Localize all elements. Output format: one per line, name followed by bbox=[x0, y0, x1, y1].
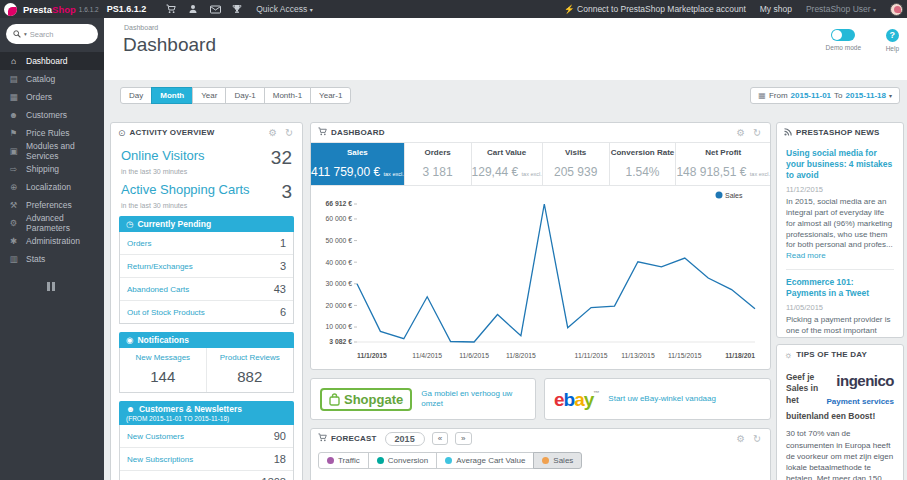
conversion-dot-icon bbox=[377, 457, 384, 464]
new-subscriptions-link[interactable]: New Subscriptions bbox=[127, 455, 193, 464]
preset-month-button[interactable]: Month bbox=[151, 87, 193, 104]
sidebar-item-modules-and-services[interactable]: ▣Modules and Services bbox=[0, 142, 104, 160]
date-range-picker[interactable]: ▦ From2015-11-01 To2015-11-18 ▾ bbox=[750, 87, 900, 104]
sidebar-item-preferences[interactable]: ⚒Preferences bbox=[0, 196, 104, 214]
sidebar-collapse-toggle[interactable] bbox=[47, 282, 57, 291]
demo-mode-control: Demo mode bbox=[826, 29, 861, 51]
legend-average-cart-value-button[interactable]: Average Cart Value bbox=[436, 452, 534, 469]
sidebar-item-shipping[interactable]: ⇨Shipping bbox=[0, 160, 104, 178]
sales-dot-icon bbox=[542, 457, 549, 464]
clock-icon: ◷ bbox=[126, 219, 133, 229]
forecast-next-button[interactable]: » bbox=[455, 432, 471, 446]
sidebar-item-catalog[interactable]: ▤Catalog bbox=[0, 70, 104, 88]
preset-day-button[interactable]: Day bbox=[120, 87, 152, 104]
kpi-tab-sales[interactable]: Sales411 759,00 € tax excl. bbox=[311, 143, 404, 185]
chevron-down-icon: ▾ bbox=[889, 92, 892, 99]
quick-access-menu[interactable]: Quick Access ▾ bbox=[256, 4, 312, 14]
search-input[interactable] bbox=[30, 30, 85, 39]
activity-overview-panel: ⊙ ACTIVITY OVERVIEW ⚙ ↻ Online Visitors3… bbox=[110, 122, 303, 480]
active-carts-value: 3 bbox=[281, 182, 292, 201]
news-article-title[interactable]: Using social media for your business: 4 … bbox=[786, 148, 894, 181]
sidebar-item-stats[interactable]: ▥Stats bbox=[0, 250, 104, 268]
kpi-tabs: Sales411 759,00 € tax excl. Orders3 181 … bbox=[311, 142, 770, 186]
user-menu[interactable]: PrestaShop User ▾ bbox=[806, 4, 876, 14]
sidebar-item-administration[interactable]: ✱Administration bbox=[0, 232, 104, 250]
sidebar-item-advanced-parameters[interactable]: ⚙Advanced Parameters bbox=[0, 214, 104, 232]
sidebar-item-customers[interactable]: ☻Customers bbox=[0, 106, 104, 124]
cart-icon bbox=[318, 433, 327, 444]
help-icon[interactable]: ? bbox=[886, 29, 899, 42]
kpi-tab-net-profit[interactable]: Net Profit148 918,51 € tax excl. bbox=[675, 143, 770, 185]
tips-text: 30 tot 70% van de consumenten in Europa … bbox=[786, 428, 894, 480]
admin-icon: ✱ bbox=[8, 236, 19, 246]
returns-link[interactable]: Return/Exchanges bbox=[127, 262, 193, 271]
active-carts-link[interactable]: Active Shopping Carts bbox=[121, 182, 250, 197]
shopgate-link[interactable]: Ga mobiel en verhoog uw omzet bbox=[421, 389, 526, 410]
online-visitors-link[interactable]: Online Visitors bbox=[121, 148, 205, 163]
sidebar-item-dashboard[interactable]: ⌂Dashboard bbox=[0, 52, 104, 70]
kpi-tab-visits[interactable]: Visits205 939 bbox=[542, 143, 609, 185]
kpi-tab-orders[interactable]: Orders3 181 bbox=[404, 143, 471, 185]
refresh-icon[interactable]: ↻ bbox=[751, 433, 763, 444]
customers-newsletters-section: ☻Customers & Newsletters(FROM 2015-11-01… bbox=[119, 401, 294, 480]
sidebar-item-localization[interactable]: ⊕Localization bbox=[0, 178, 104, 196]
search-scope-caret-icon[interactable]: ▾ bbox=[24, 31, 27, 37]
ingenico-logo[interactable]: ingenico Payment services bbox=[824, 372, 894, 408]
help-label: Help bbox=[886, 45, 899, 52]
user-icon[interactable] bbox=[182, 4, 204, 15]
demo-mode-toggle[interactable] bbox=[831, 29, 855, 41]
mail-icon[interactable] bbox=[204, 4, 226, 14]
legend-traffic-button[interactable]: Traffic bbox=[318, 452, 369, 469]
date-filter-bar: Day Month Year Day-1 Month-1 Year-1 ▦ Fr… bbox=[104, 87, 907, 107]
gear-icon[interactable]: ⚙ bbox=[735, 433, 748, 444]
preset-month-1-button[interactable]: Month-1 bbox=[264, 87, 311, 104]
shop-name[interactable]: PS1.6.1.2 bbox=[107, 4, 147, 14]
marketplace-link[interactable]: ⚡ Connect to PrestaShop Marketplace acco… bbox=[564, 4, 746, 14]
preset-year-1-button[interactable]: Year-1 bbox=[310, 87, 351, 104]
news-article-date: 11/05/2015 bbox=[786, 303, 894, 312]
refresh-icon[interactable]: ↻ bbox=[283, 127, 295, 138]
kpi-tab-conversion-rate[interactable]: Conversion Rate1.54% bbox=[609, 143, 676, 185]
brand-name[interactable]: PrestaShop bbox=[23, 4, 76, 15]
legend-conversion-button[interactable]: Conversion bbox=[368, 452, 437, 469]
new-customers-link[interactable]: New Customers bbox=[127, 432, 184, 441]
pending-row: Out of Stock Products6 bbox=[120, 301, 293, 323]
breadcrumb[interactable]: Dashboard bbox=[124, 24, 158, 31]
sidebar-item-orders[interactable]: ▦Orders bbox=[0, 88, 104, 106]
customers-icon: ☻ bbox=[8, 110, 19, 120]
gear-icon[interactable]: ⚙ bbox=[735, 127, 748, 138]
prestashop-admin-screen: PrestaShop 1.6.1.2 PS1.6.1.2 Quick Acces… bbox=[0, 0, 907, 480]
trophy-icon[interactable] bbox=[226, 4, 248, 15]
user-avatar[interactable] bbox=[890, 3, 903, 16]
cart-icon[interactable] bbox=[160, 4, 182, 15]
dashboard-panel-header: DASHBOARD ⚙ ↻ bbox=[311, 123, 770, 142]
sidebar-item-price-rules[interactable]: ⚑Price Rules bbox=[0, 124, 104, 142]
news-article-title[interactable]: Ecommerce 101: Payments in a Tweet bbox=[786, 277, 894, 299]
svg-text:66 912 €: 66 912 € bbox=[325, 200, 352, 207]
help-control: ? Help bbox=[886, 29, 899, 52]
read-more-link[interactable]: Read more bbox=[786, 251, 826, 260]
ebay-link[interactable]: Start uw eBay-winkel vandaag bbox=[608, 394, 716, 404]
new-messages-cell[interactable]: New Messages144 bbox=[120, 348, 207, 392]
abandoned-carts-link[interactable]: Abandoned Carts bbox=[127, 285, 189, 294]
refresh-icon[interactable]: ↻ bbox=[751, 127, 763, 138]
prestashop-logo-icon[interactable] bbox=[4, 3, 17, 16]
chevron-down-icon: ▾ bbox=[873, 7, 876, 13]
forecast-year[interactable]: 2015 bbox=[385, 432, 425, 446]
my-shop-link[interactable]: My shop bbox=[760, 4, 792, 14]
tips-of-the-day-panel: ☼ TIPS OF THE DAY ingenico Payment servi… bbox=[776, 344, 904, 480]
gear-icon[interactable]: ⚙ bbox=[267, 127, 280, 138]
forecast-prev-button[interactable]: « bbox=[432, 432, 448, 446]
notifications-section: ◉Notifications New Messages144 Product R… bbox=[119, 332, 294, 393]
preset-day-1-button[interactable]: Day-1 bbox=[225, 87, 264, 104]
product-reviews-cell[interactable]: Product Reviews882 bbox=[207, 348, 294, 392]
orders-link[interactable]: Orders bbox=[127, 239, 151, 248]
tags-icon: ⚑ bbox=[8, 128, 19, 138]
news-article: Ecommerce 101: Payments in a Tweet 11/05… bbox=[786, 277, 894, 338]
tips-header: ☼ TIPS OF THE DAY bbox=[777, 345, 903, 364]
legend-sales-button[interactable]: Sales bbox=[533, 452, 582, 469]
preset-year-button[interactable]: Year bbox=[192, 87, 226, 104]
kpi-tab-cart-value[interactable]: Cart Value129,44 € tax excl. bbox=[471, 143, 542, 185]
out-of-stock-link[interactable]: Out of Stock Products bbox=[127, 308, 205, 317]
svg-text:40 000 €: 40 000 € bbox=[325, 259, 352, 266]
